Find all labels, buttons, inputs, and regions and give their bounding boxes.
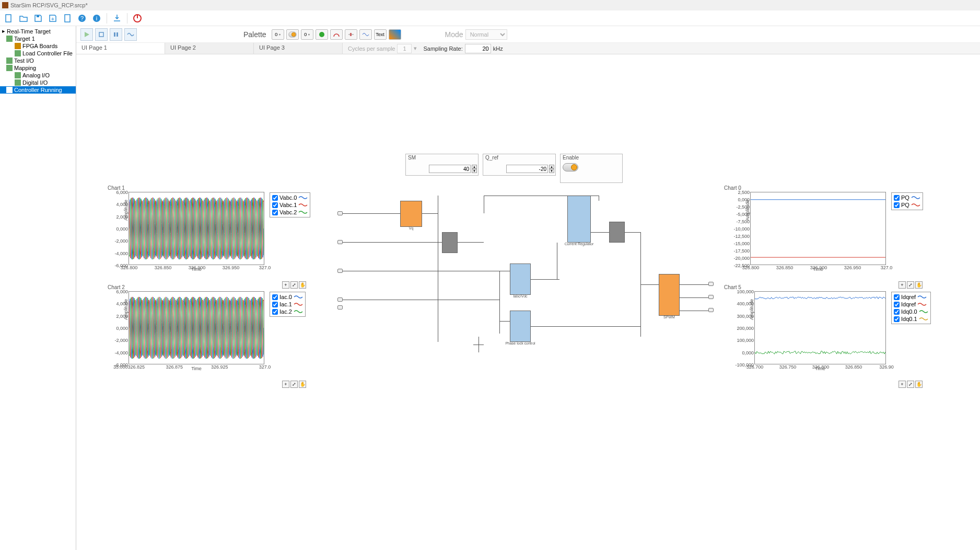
chart-tool-zoom-icon[interactable]: ⤢ — [907, 381, 914, 388]
port-3[interactable] — [337, 269, 343, 273]
download-icon[interactable] — [111, 13, 123, 24]
palette-text[interactable]: Text — [374, 29, 387, 40]
svg-text:i: i — [96, 15, 97, 21]
sm-spinner[interactable]: ▲▼ — [472, 165, 477, 173]
legend-checkbox[interactable] — [272, 202, 278, 208]
info-icon[interactable]: i — [91, 13, 102, 24]
chart-2-title: Chart 2 — [108, 284, 306, 290]
legend-swatch-icon — [298, 195, 308, 200]
port-1[interactable] — [337, 211, 343, 215]
palette-slider[interactable] — [345, 29, 357, 40]
svg-rect-12 — [116, 32, 118, 37]
tree-item-analog-i-o[interactable]: Analog I/O — [0, 72, 76, 79]
block-spwm[interactable]: SPWM — [659, 274, 680, 316]
tree-root[interactable]: ▸ Real-Time Target — [0, 27, 76, 35]
stop-button[interactable] — [95, 28, 108, 41]
tree-item-fpga-boards[interactable]: FPGA Boards — [0, 42, 76, 50]
svg-rect-15 — [350, 33, 352, 36]
legend-swatch-icon — [294, 309, 303, 314]
sm-input[interactable] — [429, 165, 471, 173]
legend-checkbox[interactable] — [272, 210, 278, 215]
palette-dial[interactable] — [330, 29, 343, 40]
tree-item-mapping[interactable]: Mapping — [0, 64, 76, 72]
legend-checkbox[interactable] — [272, 309, 278, 315]
diagram-canvas[interactable]: SM ▲▼ Q_ref ▲▼ Enable Vq Current Regulat… — [76, 54, 980, 550]
chart-tool-add-icon[interactable]: + — [282, 381, 289, 388]
legend-checkbox[interactable] — [272, 302, 278, 307]
tree-item-digital-i-o[interactable]: Digital I/O — [0, 79, 76, 86]
cycles-label: Cycles per sample — [348, 45, 395, 52]
qref-label: Q_ref — [483, 154, 555, 161]
legend-checkbox[interactable] — [272, 195, 278, 201]
help-icon[interactable]: ? — [76, 13, 88, 24]
palette-chart[interactable] — [359, 29, 372, 40]
port-4[interactable] — [337, 297, 343, 302]
play-button[interactable] — [80, 28, 93, 41]
legend-item: Iac.0 — [271, 293, 304, 301]
block-iabc-vdc[interactable]: Iabc/Vdc — [510, 263, 531, 295]
block-gain-1[interactable] — [442, 232, 458, 253]
legend-checkbox[interactable] — [894, 302, 900, 307]
mode-select[interactable]: Normal — [465, 29, 507, 40]
save-icon[interactable] — [32, 13, 44, 24]
chart-tool-add-icon[interactable]: + — [899, 381, 906, 388]
qref-input[interactable] — [506, 165, 548, 173]
block-vq[interactable]: Vq — [400, 201, 422, 227]
scope-button[interactable] — [124, 28, 137, 41]
tree-item-target-1[interactable]: Target 1 — [0, 35, 76, 42]
out-port-2[interactable] — [708, 295, 714, 299]
block-gain-2[interactable] — [609, 222, 625, 243]
port-2[interactable] — [337, 240, 343, 244]
qref-panel: Q_ref ▲▼ — [483, 154, 556, 176]
tab-ui-page-3[interactable]: UI Page 3 — [254, 43, 343, 54]
tree-item-load-controller-file[interactable]: Load Controller File — [0, 50, 76, 57]
power-icon[interactable] — [132, 13, 143, 24]
test-icon — [6, 58, 13, 64]
svg-text:+: + — [51, 16, 54, 22]
chart-2-xlabel: Time — [191, 366, 202, 371]
palette-image[interactable] — [389, 29, 401, 40]
qref-spinner[interactable]: ▲▼ — [549, 165, 554, 173]
enable-panel: Enable — [560, 154, 623, 183]
tree-item-label: Analog I/O — [22, 72, 50, 78]
tree-item-controller-running[interactable]: Controller Running — [0, 86, 76, 94]
map-icon — [6, 65, 13, 71]
chart-tool-hand-icon[interactable]: ✋ — [915, 381, 923, 388]
out-port-1[interactable] — [708, 282, 714, 286]
open-icon[interactable] — [18, 13, 29, 24]
chart-tool-hand-icon[interactable]: ✋ — [299, 381, 306, 388]
palette-toggle[interactable] — [286, 29, 299, 40]
new-icon[interactable] — [3, 13, 15, 24]
block-pll[interactable]: Phase lock control — [510, 311, 531, 342]
tab-ui-page-2[interactable]: UI Page 2 — [165, 43, 254, 54]
enable-toggle[interactable] — [563, 163, 578, 171]
svg-point-13 — [319, 32, 324, 37]
port-5[interactable] — [337, 305, 343, 310]
fpga-icon — [15, 43, 21, 49]
palette-num-input[interactable]: 0 ▫ — [301, 29, 313, 40]
palette-led[interactable] — [316, 29, 328, 40]
block-current-regulator[interactable]: Current Regulator — [567, 196, 591, 243]
save-as-icon[interactable]: + — [47, 13, 59, 24]
chart-tool-zoom-icon[interactable]: ⤢ — [290, 381, 298, 388]
dropdown-icon[interactable]: ▾ — [414, 45, 417, 52]
legend-checkbox[interactable] — [272, 294, 278, 300]
tree-item-label: Mapping — [14, 65, 36, 71]
legend-checkbox[interactable] — [894, 309, 900, 315]
legend-item: Vabc.2 — [271, 209, 309, 216]
palette-num-display[interactable]: 0 ▫ — [272, 29, 284, 40]
mode-label: Mode — [445, 30, 463, 39]
legend-swatch-icon — [294, 302, 303, 307]
cycles-input[interactable] — [397, 44, 412, 53]
tab-ui-page-1[interactable]: UI Page 1 — [76, 43, 165, 54]
legend-checkbox[interactable] — [894, 316, 900, 322]
out-port-3[interactable] — [708, 308, 714, 312]
tree-item-test-i-o[interactable]: Test I/O — [0, 57, 76, 64]
blank-doc-icon[interactable] — [62, 13, 73, 24]
legend-checkbox[interactable] — [894, 294, 900, 300]
tree-item-label: Load Controller File — [22, 50, 73, 56]
legend-checkbox[interactable] — [894, 202, 900, 208]
legend-checkbox[interactable] — [894, 195, 900, 201]
rate-input[interactable] — [465, 44, 491, 53]
pause-button[interactable] — [110, 28, 122, 41]
